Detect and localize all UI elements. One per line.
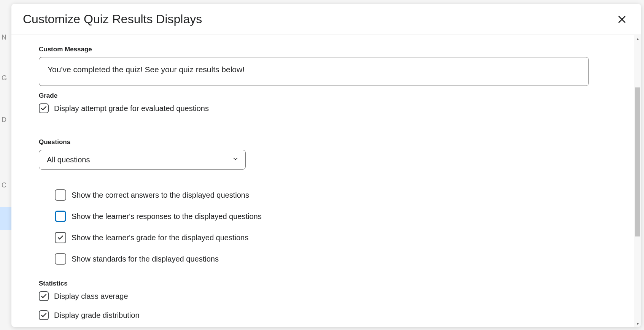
show-learner-responses-checkbox[interactable] bbox=[55, 211, 66, 222]
grade-section: Grade Display attempt grade for evaluate… bbox=[39, 92, 635, 113]
show-standards-label[interactable]: Show standards for the displayed questio… bbox=[72, 255, 219, 263]
display-attempt-grade-row: Display attempt grade for evaluated ques… bbox=[39, 103, 635, 113]
display-attempt-grade-label[interactable]: Display attempt grade for evaluated ques… bbox=[54, 104, 209, 113]
grade-label: Grade bbox=[39, 92, 635, 100]
show-learner-grade-checkbox[interactable] bbox=[55, 232, 66, 243]
show-learner-grade-row: Show the learner's grade for the display… bbox=[55, 232, 635, 243]
display-class-average-checkbox[interactable] bbox=[39, 291, 49, 301]
questions-select[interactable]: All questions bbox=[39, 150, 246, 170]
custom-message-input[interactable]: You've completed the quiz! See your quiz… bbox=[39, 57, 589, 86]
questions-label: Questions bbox=[39, 138, 635, 146]
show-standards-checkbox[interactable] bbox=[55, 253, 66, 265]
modal-body[interactable]: Custom Message You've completed the quiz… bbox=[11, 35, 635, 327]
show-standards-row: Show standards for the displayed questio… bbox=[55, 253, 635, 265]
display-class-average-row: Display class average bbox=[39, 291, 635, 301]
questions-select-value: All questions bbox=[47, 155, 90, 164]
check-icon bbox=[57, 234, 64, 241]
show-learner-grade-label[interactable]: Show the learner's grade for the display… bbox=[72, 233, 248, 242]
bg-letter: G bbox=[2, 74, 7, 82]
bg-letter: N bbox=[2, 33, 6, 41]
check-icon bbox=[40, 293, 47, 300]
display-grade-distribution-label[interactable]: Display grade distribution bbox=[54, 311, 140, 320]
display-grade-distribution-row: Display grade distribution bbox=[39, 310, 635, 320]
vertical-scrollbar[interactable]: ▴ ▾ bbox=[634, 35, 641, 327]
questions-options: Show the correct answers to the displaye… bbox=[55, 189, 635, 265]
custom-message-label: Custom Message bbox=[39, 46, 635, 53]
bg-highlight bbox=[0, 207, 11, 230]
show-correct-answers-label[interactable]: Show the correct answers to the displaye… bbox=[72, 191, 249, 200]
modal-body-wrap: Custom Message You've completed the quiz… bbox=[11, 35, 641, 327]
modal-dialog: Customize Quiz Results Displays Custom M… bbox=[11, 4, 641, 327]
show-correct-answers-checkbox[interactable] bbox=[55, 189, 66, 201]
display-grade-distribution-checkbox[interactable] bbox=[39, 310, 49, 320]
modal-header: Customize Quiz Results Displays bbox=[11, 4, 641, 35]
show-correct-answers-row: Show the correct answers to the displaye… bbox=[55, 189, 635, 201]
scroll-up-arrow-icon[interactable]: ▴ bbox=[634, 35, 641, 42]
statistics-section: Statistics Display class average Display… bbox=[39, 280, 635, 320]
close-icon bbox=[617, 15, 627, 24]
bg-letter: D bbox=[2, 116, 6, 124]
scrollbar-thumb[interactable] bbox=[635, 87, 640, 236]
show-learner-responses-label[interactable]: Show the learner's responses to the disp… bbox=[72, 212, 262, 221]
modal-title: Customize Quiz Results Displays bbox=[23, 12, 202, 26]
show-learner-responses-row: Show the learner's responses to the disp… bbox=[55, 211, 635, 222]
custom-message-section: Custom Message You've completed the quiz… bbox=[39, 46, 635, 86]
questions-section: Questions All questions Show the correc bbox=[39, 138, 635, 265]
display-attempt-grade-checkbox[interactable] bbox=[39, 103, 49, 113]
bg-letter: C bbox=[2, 181, 6, 189]
scroll-down-arrow-icon[interactable]: ▾ bbox=[634, 320, 641, 327]
display-class-average-label[interactable]: Display class average bbox=[54, 292, 128, 301]
statistics-label: Statistics bbox=[39, 280, 635, 287]
questions-select-wrap: All questions bbox=[39, 150, 246, 170]
close-button[interactable] bbox=[615, 13, 629, 26]
check-icon bbox=[40, 312, 47, 319]
check-icon bbox=[40, 105, 47, 112]
